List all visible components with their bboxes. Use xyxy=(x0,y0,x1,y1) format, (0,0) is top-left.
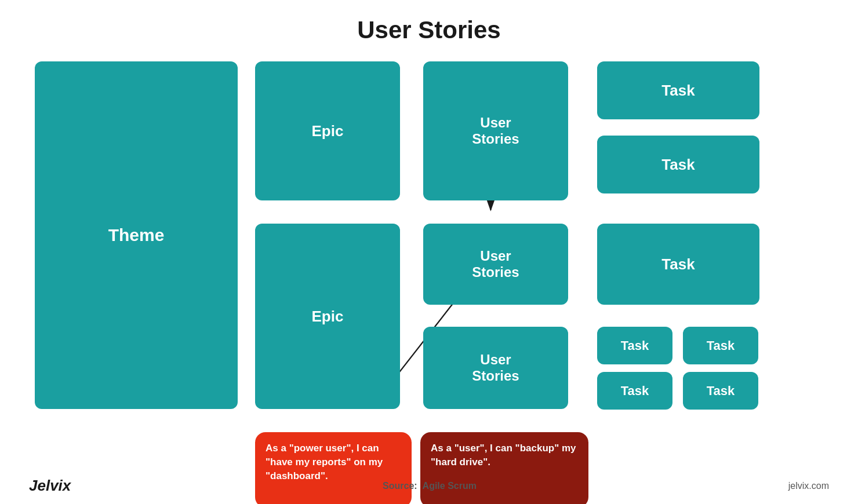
user-stories-bot-box: User Stories xyxy=(423,327,568,409)
task-bot2-box: Task xyxy=(683,327,758,364)
diagram-area: Theme Epic Epic User Stories User Storie… xyxy=(0,56,858,484)
footer: Jelvix Source: Agile Scrum jelvix.com xyxy=(0,477,858,495)
task-top2-box: Task xyxy=(597,136,759,193)
epic-bottom-box: Epic xyxy=(255,224,400,409)
source-label: Source: xyxy=(383,481,417,491)
task-mid-box: Task xyxy=(597,224,759,305)
epic-top-box: Epic xyxy=(255,61,400,200)
footer-url: jelvix.com xyxy=(788,481,829,491)
task-bot1-box: Task xyxy=(597,327,672,364)
footer-source: Source: Agile Scrum xyxy=(383,481,477,491)
user-stories-top-box: User Stories xyxy=(423,61,568,200)
theme-box: Theme xyxy=(35,61,238,409)
brand-name: Jelvix xyxy=(29,477,71,495)
task-bot3-box: Task xyxy=(597,372,672,410)
source-value: Agile Scrum xyxy=(423,481,477,491)
task-top1-box: Task xyxy=(597,61,759,119)
page-title: User Stories xyxy=(0,0,858,56)
task-bot4-box: Task xyxy=(683,372,758,410)
user-stories-mid-box: User Stories xyxy=(423,224,568,305)
